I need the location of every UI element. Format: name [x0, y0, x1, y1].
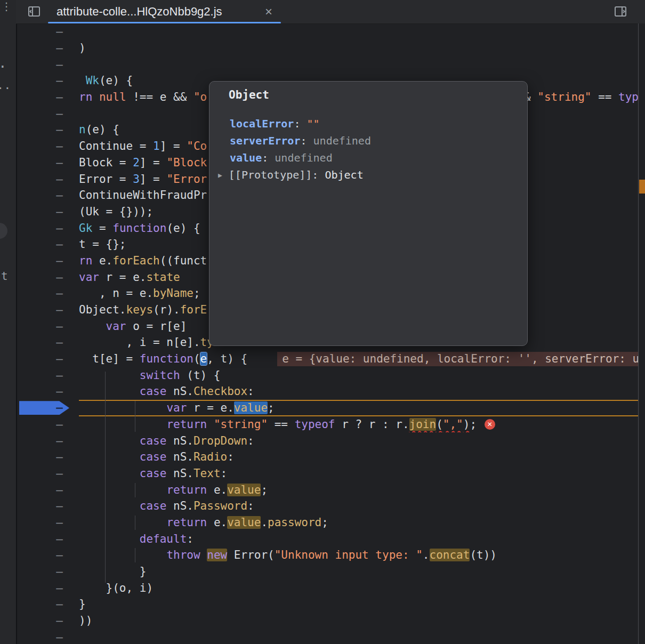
code-text[interactable]: default: — [79, 530, 639, 547]
code-text[interactable]: } — [79, 596, 639, 613]
breakpoint-gutter[interactable]: – — [16, 336, 79, 349]
breakpoint-gutter[interactable]: – — [16, 533, 79, 545]
breakpoint-gutter[interactable]: – — [16, 123, 79, 136]
toggle-navigator-button[interactable] — [28, 5, 41, 18]
code-text[interactable]: } — [79, 564, 639, 580]
breakpoint-gutter[interactable]: – — [16, 450, 79, 463]
code-line[interactable]: – — [16, 56, 639, 73]
code-text[interactable]: return "string" == typeof r ? r : r.join… — [79, 416, 639, 433]
breakpoint-gutter[interactable]: – — [16, 434, 79, 447]
code-line[interactable]: – case nS.Text: — [16, 465, 639, 482]
code-text[interactable]: )) — [79, 613, 639, 629]
code-line[interactable]: – case nS.Password: — [16, 498, 639, 514]
code-line[interactable]: – } — [16, 564, 639, 580]
code-line[interactable]: – case nS.Radio: — [16, 449, 639, 465]
code-text[interactable]: throw new Error("Unknown input type: ".c… — [79, 547, 639, 564]
breakpoint-gutter[interactable]: – — [16, 484, 79, 496]
breakpoint-gutter[interactable]: – — [16, 467, 79, 480]
scrollbar-error-marker[interactable] — [639, 180, 645, 194]
inline-error-icon[interactable]: ✕ — [485, 419, 495, 430]
breakpoint-gutter[interactable]: – — [16, 156, 79, 169]
code-line[interactable]: –) — [16, 40, 639, 57]
breakpoint-gutter[interactable]: – — [16, 385, 79, 398]
tab-close-icon[interactable]: × — [265, 4, 272, 19]
breakpoint-gutter[interactable]: – — [16, 189, 79, 202]
code-line[interactable]: – case nS.DropDown: — [16, 432, 639, 449]
breakpoint-gutter[interactable]: – — [16, 500, 79, 512]
breakpoint-gutter[interactable]: – — [16, 352, 79, 365]
breakpoint-gutter[interactable]: – — [16, 173, 79, 186]
code-line[interactable]: – default: — [16, 530, 639, 547]
code-text[interactable]: case nS.Checkbox: — [79, 383, 639, 400]
execution-line[interactable]: – var r = e.value; — [16, 400, 639, 416]
breakpoint-gutter[interactable]: – — [16, 369, 79, 382]
code-line[interactable]: – }(o, i) — [16, 579, 639, 596]
code-line[interactable]: – case nS.Checkbox: — [16, 383, 639, 400]
breakpoint-gutter[interactable]: – — [16, 107, 79, 120]
breakpoint-gutter[interactable]: – — [16, 549, 79, 561]
code-text[interactable] — [79, 56, 639, 73]
code-line[interactable]: – return e.value; — [16, 481, 639, 498]
file-tab[interactable]: attribute-colle...HlQzoNbb9g2.js × — [48, 0, 281, 23]
breakpoint-gutter[interactable]: – — [16, 614, 79, 627]
breakpoint-gutter[interactable]: – — [16, 74, 79, 87]
code-line[interactable]: – return e.value.password; — [16, 514, 639, 531]
code-text[interactable]: case nS.Text: — [79, 465, 639, 482]
code-line[interactable]: – return "string" == typeof r ? r : r.jo… — [16, 416, 639, 433]
breakpoint-gutter[interactable]: – — [16, 25, 79, 38]
breakpoint-gutter[interactable]: – — [16, 287, 79, 300]
toggle-debugger-sidebar-button[interactable] — [614, 5, 627, 18]
code-text[interactable]: return e.value; — [79, 481, 639, 498]
code-line[interactable]: –} — [16, 596, 639, 613]
cropped-circle-button[interactable] — [0, 223, 7, 239]
breakpoint-gutter[interactable]: – — [16, 303, 79, 316]
breakpoint-gutter[interactable]: – — [16, 205, 79, 218]
code-line[interactable]: – t[e] = function(e, t) {e = {value: und… — [16, 351, 639, 367]
code-line[interactable]: – — [16, 23, 639, 40]
code-token: ; — [470, 418, 477, 431]
code-text[interactable]: case nS.DropDown: — [79, 432, 639, 449]
breakpoint-gutter[interactable]: – — [16, 598, 79, 610]
code-text[interactable] — [79, 629, 639, 644]
prototype-row[interactable]: ▶ [[Prototype]]: Object — [209, 166, 527, 183]
code-text[interactable]: }(o, i) — [79, 579, 639, 596]
object-property-row[interactable]: value: undefined — [209, 149, 527, 166]
code-text[interactable]: case nS.Radio: — [79, 449, 639, 465]
object-property-row[interactable]: localError: "" — [209, 115, 527, 132]
code-text[interactable]: return e.value.password; — [79, 514, 639, 531]
breakpoint-gutter[interactable]: – — [16, 418, 79, 431]
code-line[interactable]: –)) — [16, 613, 639, 629]
code-line[interactable]: – throw new Error("Unknown input type: "… — [16, 547, 639, 564]
breakpoint-gutter[interactable]: – — [16, 271, 79, 284]
breakpoint-gutter[interactable]: – — [16, 320, 79, 333]
expand-arrow-icon[interactable]: ▶ — [218, 171, 222, 179]
code-token — [477, 418, 483, 431]
code-text[interactable]: ) — [79, 40, 639, 57]
breakpoint-gutter[interactable]: – — [16, 254, 79, 267]
breakpoint-gutter[interactable]: – — [16, 140, 79, 152]
code-text[interactable]: var r = e.value; — [79, 400, 639, 416]
code-token: ] = — [160, 140, 187, 152]
code-line[interactable]: – — [16, 629, 639, 644]
breakpoint-gutter[interactable]: – — [16, 516, 79, 529]
code-text[interactable]: case nS.Password: — [79, 498, 639, 514]
breakpoint-gutter[interactable]: – — [16, 631, 79, 643]
breakpoint-gutter[interactable]: – — [16, 58, 79, 71]
breakpoint-gutter[interactable]: – — [16, 565, 79, 578]
vertical-scrollbar[interactable] — [638, 23, 645, 644]
code-text[interactable]: t[e] = function(e, t) {e = {value: undef… — [79, 351, 639, 367]
separator: : — [294, 117, 307, 130]
breakpoint-gutter[interactable]: – — [16, 582, 79, 594]
breakpoint-gutter[interactable]: – — [16, 91, 79, 103]
code-token: typeof — [295, 418, 335, 431]
breakpoint-gutter[interactable]: – — [16, 238, 79, 251]
execution-pointer-gutter[interactable]: – — [16, 401, 79, 414]
code-text[interactable] — [79, 23, 639, 40]
code-token: Radio — [194, 450, 227, 463]
code-token — [79, 516, 166, 529]
object-property-row[interactable]: serverError: undefined — [209, 132, 527, 149]
code-line[interactable]: – switch (t) { — [16, 367, 639, 383]
breakpoint-gutter[interactable]: – — [16, 42, 79, 54]
breakpoint-gutter[interactable]: – — [16, 222, 79, 235]
code-text[interactable]: switch (t) { — [79, 367, 639, 383]
